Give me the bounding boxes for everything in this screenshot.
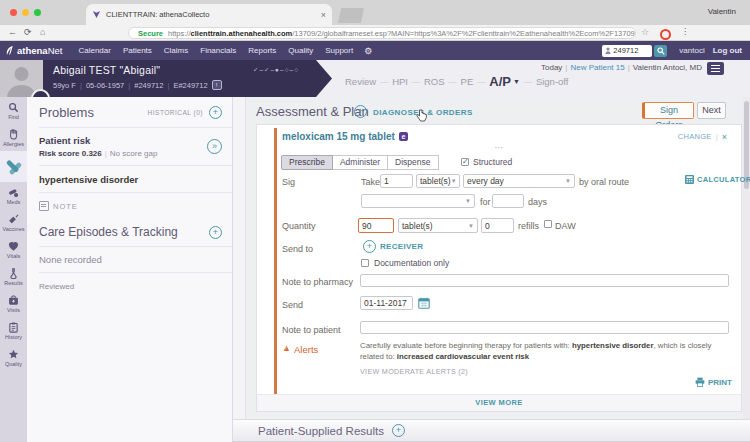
note-patient-input[interactable] xyxy=(360,321,729,334)
calendar-icon[interactable] xyxy=(418,297,430,309)
tab-prescribe[interactable]: Prescribe xyxy=(281,155,333,170)
send-date-input[interactable] xyxy=(360,296,413,310)
vertical-scrollbar[interactable] xyxy=(743,97,750,442)
rail-item-vitals[interactable]: Vitals xyxy=(0,236,27,263)
bookmark-star-icon[interactable]: ☆ xyxy=(641,27,649,37)
more-options-icon[interactable]: ⋯ xyxy=(257,143,741,152)
browser-toolbar: ← ⟳ ⌂ Secure https://clienttrain.athenah… xyxy=(0,25,750,41)
gear-icon[interactable]: ⚙ xyxy=(364,46,372,56)
rail-item-allergies[interactable]: Allergies xyxy=(0,124,27,151)
add-patient-supplied-result-icon[interactable]: + xyxy=(392,424,405,437)
close-tab-icon[interactable]: × xyxy=(321,10,326,20)
dose-input[interactable] xyxy=(380,174,413,188)
athenanet-logo[interactable]: athenaNet xyxy=(17,45,62,56)
appointment-type-link[interactable]: New Patient 15 xyxy=(570,63,624,72)
refills-input[interactable] xyxy=(481,218,514,233)
new-tab-button[interactable] xyxy=(338,8,364,23)
rail-item-results[interactable]: Results xyxy=(0,263,27,290)
problem-item[interactable]: hypertensive disorder xyxy=(39,174,222,185)
daw-checkbox[interactable] xyxy=(544,220,552,228)
reviewed-text[interactable]: Reviewed xyxy=(39,282,222,291)
order-accent-bar xyxy=(274,128,277,395)
quantity-unit-select[interactable]: tablet(s)▼ xyxy=(398,218,478,233)
nav-item-quality[interactable]: Quality xyxy=(288,46,313,55)
workflow-step-hpi[interactable]: HPI xyxy=(392,76,408,87)
structured-checkbox[interactable] xyxy=(461,158,469,166)
search-button[interactable] xyxy=(654,45,667,57)
rail-item-find[interactable]: Find xyxy=(0,97,27,124)
patient-search-input[interactable]: 249712 xyxy=(602,45,652,57)
drug-name[interactable]: meloxicam 15 mg tablet xyxy=(282,131,395,142)
workflow-step-ap-active[interactable]: A/P xyxy=(489,74,511,89)
tab-title: CLIENTTRAIN: athenaCollecto xyxy=(106,10,317,19)
url-scheme: https:// xyxy=(168,29,191,38)
additional-sig-select[interactable]: ▼ xyxy=(361,194,475,208)
chrome-profile-name[interactable]: Valentin xyxy=(708,7,736,16)
sign-orders-button[interactable]: Sign Orders xyxy=(642,102,694,119)
add-diagnosis-icon[interactable]: + xyxy=(354,105,367,118)
days-label: days xyxy=(528,197,547,207)
patient-alert-icon[interactable]: ! xyxy=(212,80,222,90)
add-care-episode-icon[interactable]: + xyxy=(209,226,222,239)
none-recorded-text: None recorded xyxy=(39,254,222,265)
patient-enc-id: E#249712 xyxy=(173,81,207,90)
view-moderate-alerts-link[interactable]: VIEW MODERATE ALERTS (2) xyxy=(360,367,468,376)
nav-item-financials[interactable]: Financials xyxy=(200,46,236,55)
browser-tab[interactable]: CLIENTTRAIN: athenaCollecto × xyxy=(86,4,332,25)
note-pharmacy-input[interactable] xyxy=(360,274,729,287)
macos-close-button[interactable] xyxy=(10,9,17,16)
patient-risk-title: Patient risk xyxy=(39,135,207,146)
address-bar[interactable]: Secure https://clienttrain.athenahealth.… xyxy=(128,27,636,39)
add-problem-icon[interactable]: + xyxy=(209,106,222,119)
chevron-down-icon[interactable]: ▼ xyxy=(513,78,520,85)
print-link[interactable]: PRINT xyxy=(695,377,732,387)
send-to-label: Send to xyxy=(282,244,313,254)
workflow-step-pe[interactable]: PE xyxy=(461,76,474,87)
nav-item-support[interactable]: Support xyxy=(325,46,353,55)
visits-bag-icon xyxy=(8,295,19,306)
macos-zoom-button[interactable] xyxy=(34,9,41,16)
change-link[interactable]: CHANGE xyxy=(678,132,712,141)
workflow-step-signoff[interactable]: Sign-off xyxy=(536,76,569,87)
dose-unit-select[interactable]: tablet(s)▼ xyxy=(416,174,460,188)
problems-sidebar: Problems HISTORICAL (0) + Patient risk R… xyxy=(27,97,233,442)
close-order-icon[interactable]: × xyxy=(722,132,727,142)
expand-risk-icon[interactable]: » xyxy=(207,139,222,154)
add-receiver-link[interactable]: + RECEIVER xyxy=(363,240,423,253)
tab-administer[interactable]: Administer xyxy=(332,155,388,170)
extension-icon[interactable] xyxy=(660,29,671,40)
rail-item-history[interactable]: History xyxy=(0,317,27,344)
duration-input[interactable] xyxy=(492,194,524,208)
logout-link[interactable]: Log out xyxy=(713,46,742,55)
calculator-link[interactable]: CALCULATOR xyxy=(685,175,750,184)
note-row[interactable]: NOTE xyxy=(39,201,222,211)
nav-item-patients[interactable]: Patients xyxy=(123,46,152,55)
rail-item-problems-active[interactable] xyxy=(0,151,27,182)
back-icon[interactable]: ← xyxy=(8,27,17,37)
quantity-input[interactable] xyxy=(358,218,394,233)
home-icon[interactable]: ⌂ xyxy=(40,27,45,37)
nav-item-reports[interactable]: Reports xyxy=(248,46,276,55)
documentation-only-checkbox[interactable] xyxy=(361,259,369,267)
add-receiver-icon: + xyxy=(363,240,376,253)
logged-in-username[interactable]: vantoci xyxy=(679,46,704,55)
reload-icon[interactable]: ⟳ xyxy=(24,27,32,37)
rail-item-meds[interactable]: Meds xyxy=(0,182,27,209)
tab-dispense[interactable]: Dispense xyxy=(387,155,438,170)
frequency-select[interactable]: every day▼ xyxy=(463,174,575,188)
macos-minimize-button[interactable] xyxy=(22,9,29,16)
patient-supplied-results-section[interactable]: Patient-Supplied Results + xyxy=(233,419,750,442)
send-label: Send xyxy=(282,300,303,310)
workflow-step-review[interactable]: Review xyxy=(345,76,376,87)
chrome-menu-icon[interactable]: ⋮ xyxy=(681,27,689,36)
rail-item-quality[interactable]: Quality xyxy=(0,344,27,371)
menu-icon[interactable] xyxy=(707,62,724,75)
nav-item-claims[interactable]: Claims xyxy=(164,46,188,55)
historical-filter[interactable]: HISTORICAL (0) xyxy=(148,109,203,116)
rail-item-visits[interactable]: Visits xyxy=(0,290,27,317)
nav-item-calendar[interactable]: Calendar xyxy=(78,46,110,55)
workflow-step-ros[interactable]: ROS xyxy=(424,76,445,87)
rail-item-vaccines[interactable]: Vaccines xyxy=(0,209,27,236)
view-more-link[interactable]: VIEW MORE xyxy=(257,394,741,411)
next-button[interactable]: Next xyxy=(697,102,726,119)
